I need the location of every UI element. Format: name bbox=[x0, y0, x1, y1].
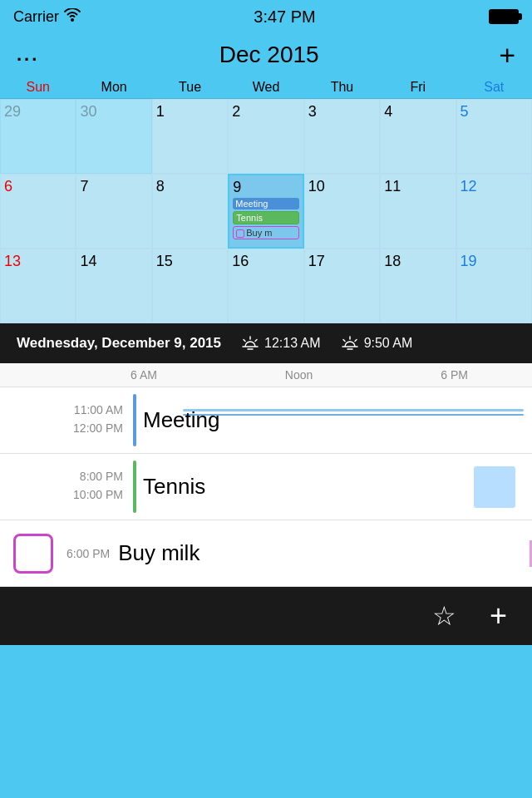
cal-date: 30 bbox=[80, 103, 96, 120]
cal-cell-16[interactable]: 16 bbox=[228, 249, 303, 323]
cal-date: 19 bbox=[461, 253, 477, 269]
meeting-bar: Meeting bbox=[133, 394, 532, 446]
timeline-hours: 6 AM Noon 6 PM bbox=[66, 368, 532, 382]
cal-cell-19[interactable]: 19 bbox=[456, 249, 532, 323]
selected-day-label: Wednesday, December 9, 2015 bbox=[17, 335, 221, 352]
cal-cell-15[interactable]: 15 bbox=[152, 249, 228, 323]
favorites-button[interactable]: ☆ bbox=[432, 600, 456, 632]
cal-date: 2 bbox=[232, 103, 240, 120]
event-meeting-row[interactable]: 11:00 AM 12:00 PM Meeting bbox=[0, 387, 532, 454]
cal-event-buy: Buy m bbox=[233, 226, 298, 239]
cal-cell-7[interactable]: 7 bbox=[76, 174, 151, 249]
meeting-title: Meeting bbox=[133, 407, 220, 433]
cal-cell-10[interactable]: 10 bbox=[304, 174, 380, 249]
cal-date: 16 bbox=[232, 253, 249, 269]
cal-event-meeting: Meeting bbox=[233, 198, 298, 209]
day-header-fri: Fri bbox=[380, 76, 456, 98]
day-headers: Sun Mon Tue Wed Thu Fri Sat bbox=[0, 76, 532, 99]
day-header-wed: Wed bbox=[228, 76, 303, 98]
sunrise-time-1: 12:13 AM bbox=[241, 336, 321, 351]
sunrise-icon-2 bbox=[341, 336, 359, 351]
cal-date: 15 bbox=[156, 253, 173, 269]
cal-date: 1 bbox=[156, 103, 165, 120]
cal-cell-17[interactable]: 17 bbox=[304, 249, 380, 323]
timeline-labels: 6 AM Noon 6 PM bbox=[0, 363, 532, 387]
cal-date: 10 bbox=[308, 178, 325, 195]
cal-cell-5[interactable]: 5 bbox=[456, 99, 532, 174]
day-header-tue: Tue bbox=[152, 76, 228, 98]
add-button[interactable]: + bbox=[490, 598, 507, 633]
tennis-bar: Tennis bbox=[133, 461, 532, 513]
cal-event-tennis: Tennis bbox=[233, 211, 298, 224]
day-header-sat: Sat bbox=[456, 76, 532, 98]
cal-date: 7 bbox=[80, 178, 88, 195]
hour-label-6pm: 6 PM bbox=[441, 368, 468, 382]
cal-cell-29[interactable]: 29 bbox=[0, 99, 76, 174]
cal-cell-11[interactable]: 11 bbox=[380, 174, 456, 249]
carrier-info: Carrier bbox=[13, 8, 81, 26]
sunrise-icon bbox=[241, 336, 259, 351]
hour-label-6am: 6 AM bbox=[131, 368, 157, 382]
cal-date: 14 bbox=[80, 253, 96, 269]
time-value-1: 12:13 AM bbox=[264, 336, 321, 351]
wifi-icon bbox=[64, 8, 81, 26]
cal-cell-4[interactable]: 4 bbox=[380, 99, 456, 174]
cal-cell-18[interactable]: 18 bbox=[380, 249, 456, 323]
selected-day-bar: Wednesday, December 9, 2015 12:13 AM 9:5… bbox=[0, 323, 532, 363]
event-buy-row[interactable]: 6:00 PM Buy milk bbox=[0, 520, 532, 587]
time-value-2: 9:50 AM bbox=[364, 336, 413, 351]
cal-date: 12 bbox=[461, 178, 477, 195]
cal-cell-9[interactable]: 9 Meeting Tennis Buy m bbox=[228, 174, 303, 249]
buy-milk-checkbox[interactable] bbox=[13, 534, 53, 574]
status-time: 3:47 PM bbox=[254, 7, 315, 27]
calendar-title: Dec 2015 bbox=[219, 42, 319, 68]
sunrise-time-2: 9:50 AM bbox=[341, 336, 413, 351]
cal-cell-13[interactable]: 13 bbox=[0, 249, 76, 323]
calendar-header: ... Dec 2015 + bbox=[0, 33, 532, 76]
calendar-grid: 29 30 1 2 3 4 5 6 7 8 9 Meeti bbox=[0, 99, 532, 323]
tennis-block bbox=[474, 466, 515, 508]
day-header-mon: Mon bbox=[76, 76, 151, 98]
status-bar: Carrier 3:47 PM bbox=[0, 0, 532, 33]
buy-time: 6:00 PM bbox=[66, 540, 110, 567]
cal-date: 11 bbox=[384, 178, 401, 195]
cal-cell-14[interactable]: 14 bbox=[76, 249, 151, 323]
bottom-toolbar: ☆ + bbox=[0, 587, 532, 645]
cal-cell-6[interactable]: 6 bbox=[0, 174, 76, 249]
event-tennis-row[interactable]: 8:00 PM 10:00 PM Tennis bbox=[0, 454, 532, 520]
cal-cell-8[interactable]: 8 bbox=[152, 174, 228, 249]
buy-title: Buy milk bbox=[118, 540, 200, 566]
cal-cell-12[interactable]: 12 bbox=[456, 174, 532, 249]
buy-bar-col: 6:00 PM Buy milk bbox=[66, 540, 532, 567]
cal-cell-1[interactable]: 1 bbox=[152, 99, 228, 174]
cal-date: 4 bbox=[384, 103, 392, 120]
meeting-line-2 bbox=[183, 414, 524, 416]
cal-cell-3[interactable]: 3 bbox=[304, 99, 380, 174]
day-header-sun: Sun bbox=[0, 76, 76, 98]
tennis-title: Tennis bbox=[133, 474, 205, 500]
carrier-label: Carrier bbox=[13, 8, 59, 26]
menu-dots[interactable]: ... bbox=[17, 44, 39, 66]
add-event-button[interactable]: + bbox=[499, 41, 515, 69]
meeting-time: 11:00 AM 12:00 PM bbox=[0, 394, 133, 446]
cal-date: 8 bbox=[156, 178, 165, 195]
meeting-line bbox=[183, 409, 524, 411]
cal-date: 13 bbox=[4, 253, 21, 269]
cal-date: 5 bbox=[461, 103, 469, 120]
cal-cell-30[interactable]: 30 bbox=[76, 99, 151, 174]
cal-date: 18 bbox=[384, 253, 401, 269]
cal-date: 17 bbox=[308, 253, 325, 269]
hour-label-noon: Noon bbox=[285, 368, 313, 382]
cal-cell-2[interactable]: 2 bbox=[228, 99, 303, 174]
cal-date: 9 bbox=[233, 179, 241, 195]
day-header-thu: Thu bbox=[304, 76, 380, 98]
cal-date: 3 bbox=[308, 103, 317, 120]
battery-icon bbox=[489, 9, 519, 24]
cal-date: 6 bbox=[4, 178, 12, 195]
cal-date: 29 bbox=[4, 103, 21, 120]
calendar-grid-container: Dec 29 30 1 2 3 4 5 6 7 8 bbox=[0, 99, 532, 323]
tennis-time: 8:00 PM 10:00 PM bbox=[0, 461, 133, 513]
